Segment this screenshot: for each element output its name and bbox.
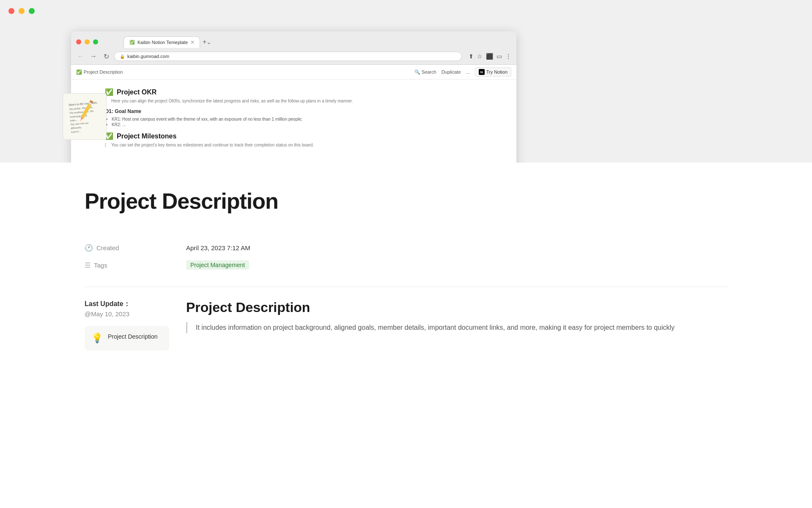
main-content: Project Description 🕐 Created April 23, … [0, 31, 812, 508]
section-divider [85, 287, 727, 287]
sidebar-widget: Last Update： @May 10, 2023 💡 Project Des… [85, 300, 169, 351]
main-description: Project Description It includes informat… [186, 300, 727, 351]
os-maximize-dot[interactable] [29, 8, 35, 14]
desc-body: It includes information on project backg… [186, 322, 727, 333]
desc-body-text: It includes information on project backg… [196, 324, 675, 331]
properties-section: 🕐 Created April 23, 2023 7:12 AM ☰ Tags … [0, 240, 812, 274]
created-label: 🕐 Created [85, 244, 186, 252]
page-main-title: Project Description [85, 188, 727, 214]
tags-label: ☰ Tags [85, 261, 186, 269]
os-minimize-dot[interactable] [19, 8, 25, 14]
last-update-label: Last Update： [85, 300, 169, 309]
tags-label-text: Tags [94, 262, 107, 269]
tags-property-row: ☰ Tags Project Management [85, 256, 727, 274]
last-update-date: @May 10, 2023 [85, 310, 169, 318]
tags-value: Project Management [186, 260, 727, 270]
page-card[interactable]: 💡 Project Description [85, 326, 169, 351]
desc-title: Project Description [186, 300, 727, 315]
created-value: April 23, 2023 7:12 AM [186, 244, 727, 251]
page-title-section: Project Description [0, 163, 812, 240]
clock-icon: 🕐 [85, 244, 93, 252]
tag-badge[interactable]: Project Management [186, 260, 249, 270]
list-icon: ☰ [85, 261, 91, 269]
page-card-title: Project Description [108, 333, 158, 340]
os-window-controls [0, 0, 812, 22]
os-close-dot[interactable] [8, 8, 14, 14]
page-area: Project Description 🕐 Created April 23, … [0, 163, 812, 508]
page-card-icon: 💡 [91, 333, 103, 344]
bottom-section: Last Update： @May 10, 2023 💡 Project Des… [0, 300, 812, 351]
created-property-row: 🕐 Created April 23, 2023 7:12 AM [85, 240, 727, 256]
created-label-text: Created [96, 244, 119, 251]
